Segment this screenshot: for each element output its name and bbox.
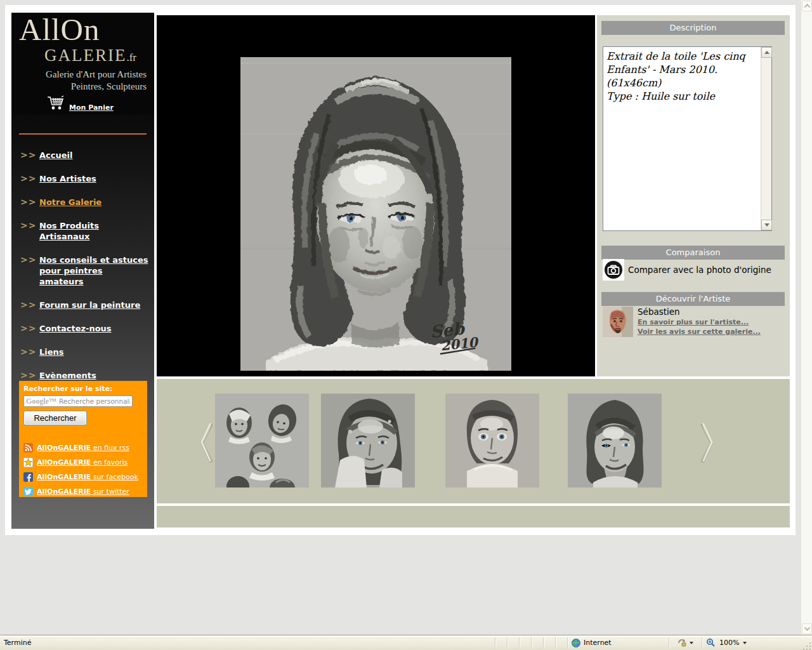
camera-icon <box>603 259 624 281</box>
sidebar-nav: >> Accueil >> Nos Artistes >> Notre Gale… <box>11 150 154 415</box>
nav-item-conseils-astuces[interactable]: >> Nos conseils et astuces pour peintres… <box>11 255 154 287</box>
thumbnail-artwork-3[interactable] <box>445 394 539 488</box>
nav-item-accueil[interactable]: >> Accueil <box>11 150 154 161</box>
nav-chevrons: >> <box>20 255 39 287</box>
right-panel: Description Extrait de la toile 'Les cin… <box>597 15 790 376</box>
internet-globe-icon <box>572 639 580 647</box>
scrollbar-down-button[interactable] <box>802 623 812 634</box>
dropdown-caret-icon <box>690 642 693 644</box>
zoom-level-label: 100% <box>719 639 739 647</box>
description-box: Extrait de la toile 'Les cinq Enfants' -… <box>603 46 772 231</box>
logo-subtitle: GALERIE.fr <box>44 46 136 65</box>
search-title: Rechercher sur le site: <box>23 385 143 393</box>
carousel-prev-arrow[interactable] <box>199 420 214 466</box>
thumbnail-artwork-2[interactable] <box>321 394 415 488</box>
nav-item-produits-artisanaux[interactable]: >> Nos Produits Artisanaux <box>11 220 154 242</box>
protected-mode-icon <box>678 639 687 647</box>
nav-chevrons: >> <box>20 300 39 310</box>
chevron-up-icon <box>804 4 810 10</box>
scroll-up-button[interactable] <box>761 47 772 58</box>
description-scrollbar[interactable] <box>761 47 771 230</box>
nav-chevrons: >> <box>20 323 39 334</box>
thumbnail-carousel <box>157 379 790 503</box>
nav-item-nos-artistes[interactable]: >> Nos Artistes <box>11 173 154 184</box>
cart-icon <box>46 95 65 112</box>
artist-name: Sébastien <box>638 307 761 317</box>
google-logo: Google™ <box>26 397 56 406</box>
twitter-icon <box>23 487 33 496</box>
logo-tagline: Galerie d'Art pour Artistes Peintres, Sc… <box>11 69 154 93</box>
footer-strip <box>157 506 790 527</box>
browser-status-bar: Terminé Internet 100% <box>0 635 812 650</box>
thumbnail-artwork-4[interactable] <box>568 394 662 488</box>
social-link-rss[interactable]: AllOnGALERIE en flux rss <box>23 443 143 453</box>
nav-item-liens[interactable]: >> Liens <box>11 347 154 357</box>
resize-grip[interactable] <box>803 641 812 650</box>
sidebar: AllOn GALERIE.fr Galerie d'Art pour Arti… <box>11 13 154 529</box>
artist-header: Découvrir l'Artiste <box>601 292 785 306</box>
logo-title: AllOn <box>19 11 100 48</box>
artwork-stage: Seb 2010 <box>157 15 595 376</box>
description-header: Description <box>601 21 785 35</box>
social-link-twitter[interactable]: AllOnGALERIE sur twitter <box>23 487 143 496</box>
scroll-down-button[interactable] <box>761 220 772 230</box>
artist-block: Sébastien En savoir plus sur l'artiste..… <box>603 307 761 337</box>
nav-chevrons: >> <box>20 347 39 357</box>
search-input[interactable]: Google™ Recherche personnalisée <box>23 395 133 407</box>
nav-chevrons: >> <box>20 173 39 184</box>
social-link-favoris[interactable]: AllOnGALERIE en favoris <box>23 458 143 467</box>
search-placeholder: Recherche personnalisée <box>59 397 130 405</box>
page-scrollbar[interactable] <box>801 0 812 635</box>
security-zone-indicator[interactable]: Internet <box>567 637 669 649</box>
scrollbar-up-button[interactable] <box>802 1 812 11</box>
status-text: Terminé <box>0 637 495 649</box>
nav-chevrons: >> <box>20 220 39 242</box>
chevron-down-icon <box>804 625 810 631</box>
cart-label: Mon Panier <box>69 103 114 112</box>
compare-photo-link[interactable]: Comparer avec la photo d'origine <box>603 259 771 281</box>
carousel-next-arrow[interactable] <box>700 420 715 466</box>
gallery-reviews-link[interactable]: Voir les avis sur cette galerie... <box>638 327 761 336</box>
social-link-facebook[interactable]: AllOnGALERIE sur facebook <box>23 472 143 482</box>
nav-item-forum[interactable]: >> Forum sur la peinture <box>11 300 154 310</box>
main-artwork-painting: Seb 2010 <box>240 57 511 371</box>
cart-link[interactable]: Mon Panier <box>46 95 114 112</box>
zone-label: Internet <box>584 639 612 647</box>
favorites-star-icon <box>23 458 33 467</box>
logo-tld: .fr <box>126 51 136 63</box>
description-text: Extrait de la toile 'Les cinq Enfants' -… <box>606 50 757 103</box>
comparison-header: Comparaison <box>601 246 785 260</box>
thumbnail-artwork-1[interactable] <box>215 394 309 488</box>
artist-more-link[interactable]: En savoir plus sur l'artiste... <box>638 317 761 327</box>
page-content-frame: AllOn GALERIE.fr Galerie d'Art pour Arti… <box>5 5 796 535</box>
nav-chevrons: >> <box>20 197 39 208</box>
sidebar-divider <box>19 133 147 135</box>
nav-chevrons: >> <box>20 150 39 161</box>
protected-mode-button[interactable] <box>669 637 702 649</box>
site-search-box: Rechercher sur le site: Google™ Recherch… <box>19 381 147 497</box>
nav-item-contact[interactable]: >> Contactez-nous <box>11 323 154 334</box>
social-links: AllOnGALERIE en flux rss AllOnGALERIE en… <box>23 443 143 496</box>
nav-item-notre-galerie[interactable]: >> Notre Galerie <box>11 197 154 208</box>
facebook-icon <box>23 472 33 482</box>
zoom-control[interactable]: 100% <box>702 637 760 649</box>
rss-icon <box>23 443 33 453</box>
zoom-caret-icon <box>743 642 747 644</box>
site-logo[interactable]: AllOn GALERIE.fr Galerie d'Art pour Arti… <box>11 13 154 114</box>
zoom-magnifier-icon <box>706 638 716 647</box>
search-button[interactable]: Rechercher <box>23 411 87 425</box>
artist-avatar <box>603 307 633 337</box>
